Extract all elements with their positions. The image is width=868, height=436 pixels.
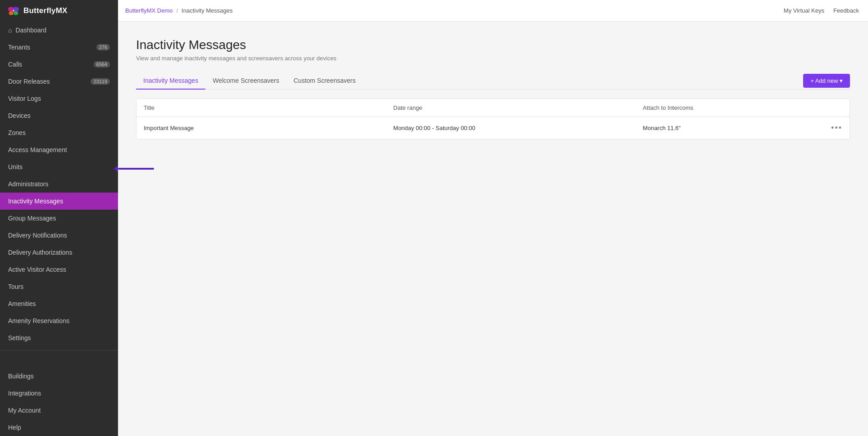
sidebar-label-active-visitor-access: Active Visitor Access (8, 266, 66, 273)
tabs: Inactivity Messages Welcome Screensavers… (136, 72, 363, 89)
col-header-intercoms: Attach to Intercoms (636, 99, 814, 117)
home-icon: ⌂ (8, 27, 12, 34)
sidebar-label-amenity-reservations: Amenity Reservations (8, 317, 69, 324)
sidebar-item-calls[interactable]: Calls 6564 (0, 56, 118, 73)
arrow-indicator (114, 166, 154, 172)
cell-date-range: Monday 00:00 - Saturday 00:00 (386, 117, 636, 139)
sidebar-label-units: Units (8, 163, 23, 171)
sidebar-label-delivery-authorizations: Delivery Authorizations (8, 249, 72, 256)
tenants-badge: 276 (96, 44, 110, 50)
sidebar-label-group-messages: Group Messages (8, 215, 56, 222)
table-row: Important Message Monday 00:00 - Saturda… (136, 117, 850, 139)
sidebar-item-tenants[interactable]: Tenants 276 (0, 39, 118, 56)
my-virtual-keys-link[interactable]: My Virtual Keys (784, 7, 824, 14)
sidebar-label-amenities: Amenities (8, 300, 36, 307)
sidebar-label-calls: Calls (8, 61, 22, 68)
sidebar-item-access-management[interactable]: Access Management (0, 141, 118, 158)
sidebar-item-amenities[interactable]: Amenities (0, 295, 118, 312)
sidebar-label-my-account: My Account (8, 407, 41, 414)
breadcrumb-current: Inactivity Messages (182, 7, 232, 14)
logo-text: ButterflyMX (23, 6, 68, 15)
col-header-title: Title (136, 99, 386, 117)
sidebar-label-integrations: Integrations (8, 390, 41, 397)
sidebar-divider (0, 350, 118, 351)
sidebar-item-delivery-authorizations[interactable]: Delivery Authorizations (0, 244, 118, 261)
door-releases-badge: 23119 (91, 78, 110, 85)
sidebar-item-devices[interactable]: Devices (0, 107, 118, 124)
calls-badge: 6564 (94, 61, 110, 67)
sidebar-label-tenants: Tenants (8, 44, 30, 51)
cell-title: Important Message (136, 117, 386, 139)
table-header-row: Title Date range Attach to Intercoms (136, 99, 850, 117)
sidebar-item-help[interactable]: Help (0, 419, 118, 436)
col-header-actions (814, 99, 850, 117)
tab-welcome-screensavers[interactable]: Welcome Screensavers (205, 72, 286, 90)
tab-inactivity-messages[interactable]: Inactivity Messages (136, 72, 205, 90)
svg-point-3 (14, 11, 18, 15)
sidebar-item-zones[interactable]: Zones (0, 124, 118, 141)
col-header-date-range: Date range (386, 99, 636, 117)
sidebar-label-tours: Tours (8, 283, 23, 290)
breadcrumb: ButterflyMX Demo / Inactivity Messages (118, 7, 240, 14)
sidebar-label-dashboard: Dashboard (15, 27, 46, 34)
tabs-container: Inactivity Messages Welcome Screensavers… (136, 72, 850, 90)
sidebar-label-buildings: Buildings (8, 373, 34, 380)
sidebar-label-door-releases: Door Releases (8, 78, 50, 85)
sidebar-item-settings[interactable]: Settings (0, 329, 118, 346)
sidebar-label-help: Help (8, 424, 21, 431)
sidebar-item-delivery-notifications[interactable]: Delivery Notifications (0, 227, 118, 244)
sidebar-item-tours[interactable]: Tours (0, 278, 118, 295)
topbar-left: ButterflyMX ButterflyMX Demo / Inactivit… (0, 0, 240, 22)
tab-custom-screensavers[interactable]: Custom Screensavers (286, 72, 363, 90)
sidebar-label-settings: Settings (8, 334, 31, 342)
butterfly-logo-icon (7, 4, 20, 17)
page-subtitle: View and manage inactivity messages and … (136, 55, 850, 62)
sidebar-label-visitor-logs: Visitor Logs (8, 95, 41, 102)
sidebar-label-zones: Zones (8, 129, 26, 136)
sidebar-item-integrations[interactable]: Integrations (0, 385, 118, 402)
arrow-line (118, 168, 154, 170)
sidebar-item-buildings[interactable]: Buildings (0, 368, 118, 385)
sidebar: ⌂ Dashboard Tenants 276 Calls 6564 Door … (0, 22, 118, 436)
feedback-link[interactable]: Feedback (833, 7, 859, 14)
add-new-button[interactable]: + Add new ▾ (803, 74, 850, 88)
sidebar-item-administrators[interactable]: Administrators (0, 175, 118, 193)
breadcrumb-sep: / (176, 7, 178, 14)
sidebar-label-delivery-notifications: Delivery Notifications (8, 232, 67, 239)
layout: ⌂ Dashboard Tenants 276 Calls 6564 Door … (0, 22, 868, 436)
sidebar-label-administrators: Administrators (8, 180, 48, 188)
row-actions-button[interactable]: ••• (831, 123, 842, 132)
sidebar-item-inactivity-messages[interactable]: Inactivity Messages (0, 193, 118, 210)
sidebar-item-active-visitor-access[interactable]: Active Visitor Access (0, 261, 118, 278)
sidebar-item-group-messages[interactable]: Group Messages (0, 210, 118, 227)
sidebar-item-amenity-reservations[interactable]: Amenity Reservations (0, 312, 118, 329)
page-title: Inactivity Messages (136, 38, 850, 52)
svg-point-4 (13, 10, 14, 12)
svg-point-2 (9, 11, 14, 15)
sidebar-bottom: Buildings Integrations My Account Help (0, 368, 118, 436)
sidebar-item-door-releases[interactable]: Door Releases 23119 (0, 73, 118, 90)
sidebar-label-access-management: Access Management (8, 146, 67, 153)
logo-area: ButterflyMX (0, 0, 118, 22)
inactivity-messages-table: Title Date range Attach to Intercoms Imp… (136, 99, 850, 139)
sidebar-item-my-account[interactable]: My Account (0, 402, 118, 419)
sidebar-item-visitor-logs[interactable]: Visitor Logs (0, 90, 118, 107)
topbar-right: My Virtual Keys Feedback (784, 7, 859, 14)
breadcrumb-link[interactable]: ButterflyMX Demo (125, 7, 173, 14)
cell-actions[interactable]: ••• (814, 117, 850, 139)
main-content: Inactivity Messages View and manage inac… (118, 22, 868, 436)
arrow-head-icon (114, 166, 118, 172)
sidebar-label-inactivity-messages: Inactivity Messages (8, 198, 63, 205)
sidebar-label-devices: Devices (8, 112, 31, 119)
sidebar-item-dashboard[interactable]: ⌂ Dashboard (0, 22, 118, 39)
table-container: Title Date range Attach to Intercoms Imp… (136, 99, 850, 139)
topbar: ButterflyMX ButterflyMX Demo / Inactivit… (0, 0, 868, 22)
sidebar-item-units[interactable]: Units (0, 158, 118, 175)
cell-intercoms: Monarch 11.6" (636, 117, 814, 139)
